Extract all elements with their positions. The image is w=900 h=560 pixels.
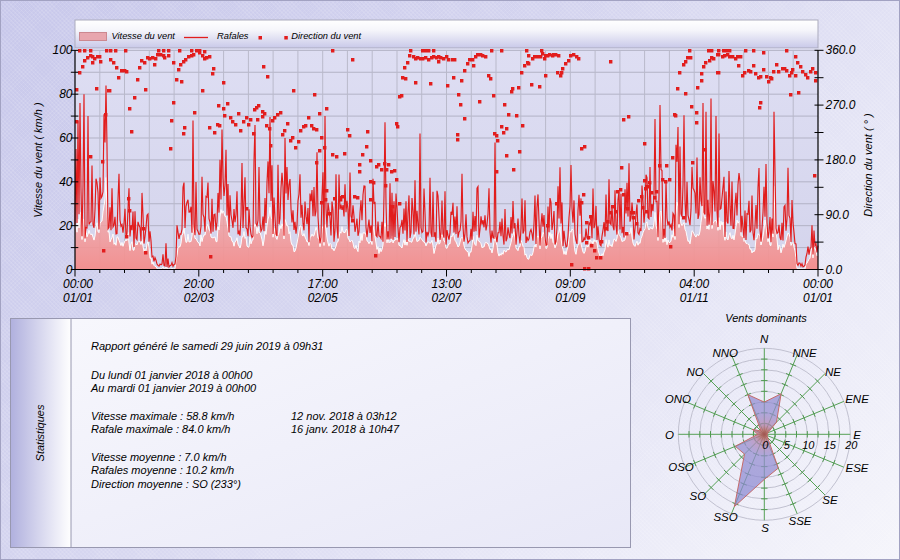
svg-text:10: 10: [802, 439, 815, 451]
svg-text:Du lundi 01 janvier 2018 à 00h: Du lundi 01 janvier 2018 à 00h00: [91, 369, 253, 381]
svg-text:Vitesse du vent: Vitesse du vent: [112, 31, 176, 41]
svg-text:Direction du vent: Direction du vent: [291, 31, 361, 41]
svg-text:Vitesse du vent ( km/h ): Vitesse du vent ( km/h ): [32, 102, 44, 218]
svg-text:17:00: 17:00: [308, 277, 338, 291]
svg-text:20: 20: [844, 439, 858, 451]
svg-text:Rafales moyenne : 10.2 km/h: Rafales moyenne : 10.2 km/h: [91, 464, 234, 476]
svg-text:0: 0: [66, 263, 73, 277]
svg-text:Rafale maximale : 84.0 km/h: Rafale maximale : 84.0 km/h: [91, 423, 230, 435]
svg-text:90.0: 90.0: [826, 208, 850, 222]
svg-text:SE: SE: [822, 494, 838, 506]
svg-text:02/07: 02/07: [431, 291, 462, 305]
svg-text:Au mardi 01 janvier 2019 à 00h: Au mardi 01 janvier 2019 à 00h00: [90, 382, 257, 394]
svg-text:Direction moyenne : SO (233°): Direction moyenne : SO (233°): [91, 478, 241, 490]
svg-text:Vitesse maximale : 58.8 km/h: Vitesse maximale : 58.8 km/h: [91, 410, 234, 422]
svg-text:100: 100: [52, 43, 72, 57]
svg-text:NNO: NNO: [712, 347, 738, 359]
svg-text:01/09: 01/09: [555, 291, 585, 305]
svg-text:Rafales: Rafales: [217, 31, 249, 41]
svg-text:SSE: SSE: [788, 515, 811, 527]
svg-text:40: 40: [59, 175, 73, 189]
svg-text:NO: NO: [686, 366, 703, 378]
svg-text:02/05: 02/05: [308, 291, 338, 305]
svg-text:O: O: [665, 429, 674, 441]
svg-text:01/01: 01/01: [803, 291, 833, 305]
svg-text:00:00: 00:00: [63, 277, 93, 291]
svg-text:Vents dominants: Vents dominants: [725, 312, 807, 324]
svg-text:Vitesse moyenne : 7.0 km/h: Vitesse moyenne : 7.0 km/h: [91, 451, 227, 463]
svg-text:N: N: [760, 333, 769, 345]
svg-text:NE: NE: [825, 366, 841, 378]
svg-text:NNE: NNE: [792, 347, 817, 359]
svg-text:ONO: ONO: [665, 393, 691, 405]
svg-text:02/03: 02/03: [184, 291, 214, 305]
svg-text:15: 15: [824, 439, 837, 451]
svg-text:Statistiques: Statistiques: [34, 404, 46, 461]
svg-text:180.0: 180.0: [826, 153, 856, 167]
svg-text:0: 0: [762, 439, 769, 451]
svg-text:01/11: 01/11: [680, 291, 709, 305]
svg-text:20: 20: [58, 219, 73, 233]
svg-text:5: 5: [784, 439, 791, 451]
svg-text:ESE: ESE: [845, 462, 868, 474]
svg-text:00:00: 00:00: [803, 277, 833, 291]
svg-text:16 janv. 2018 à 10h47: 16 janv. 2018 à 10h47: [291, 423, 400, 435]
svg-text:12 nov. 2018 à 03h12: 12 nov. 2018 à 03h12: [291, 410, 397, 422]
svg-text:OSO: OSO: [668, 461, 694, 473]
svg-text:Direction du vent ( ° ): Direction du vent ( ° ): [862, 113, 874, 217]
svg-text:20:00: 20:00: [183, 277, 214, 291]
svg-text:ENE: ENE: [845, 393, 869, 405]
svg-text:80: 80: [59, 87, 73, 101]
svg-text:0.0: 0.0: [826, 263, 843, 277]
svg-text:Rapport généré le samedi 29 ju: Rapport généré le samedi 29 juin 2019 à …: [91, 340, 323, 352]
svg-text:13:00: 13:00: [431, 277, 461, 291]
svg-text:360.0: 360.0: [826, 43, 856, 57]
svg-text:01/01: 01/01: [63, 291, 93, 305]
svg-text:09:00: 09:00: [555, 277, 585, 291]
svg-text:S: S: [761, 522, 769, 534]
svg-text:SO: SO: [689, 490, 706, 502]
svg-text:60: 60: [59, 131, 73, 145]
svg-text:270.0: 270.0: [825, 98, 856, 112]
svg-text:04:00: 04:00: [679, 277, 709, 291]
svg-text:SSO: SSO: [713, 511, 737, 523]
